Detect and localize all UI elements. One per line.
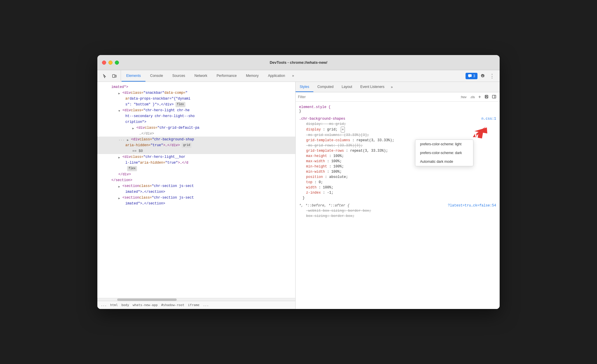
dom-line[interactable]: l-line" aria-hidden="true" >…</d bbox=[97, 160, 295, 166]
add-style-button[interactable]: + bbox=[477, 94, 482, 100]
css-rule-universal: *, *::before, *::after { ?latest=tru…ck=… bbox=[296, 202, 500, 220]
dom-line[interactable]: ▶ <div class="chr-grid-default-pa bbox=[97, 125, 295, 131]
styles-tabs: Styles Computed Layout Event Listeners » bbox=[296, 82, 500, 92]
filter-buttons: :hov .cls + bbox=[459, 94, 497, 100]
tab-layout[interactable]: Layout bbox=[338, 82, 356, 92]
more-options-button[interactable]: ⋮ bbox=[488, 72, 496, 80]
scrollbar-thumb bbox=[117, 298, 177, 301]
css-rule-element-style: element.style { } bbox=[296, 103, 500, 115]
device-toggle-button[interactable] bbox=[110, 72, 118, 80]
devtools-window: DevTools - chrome://whats-new/ bbox=[97, 55, 500, 309]
main-content: imated"> ▶ <div class="snackbar" data-co… bbox=[97, 82, 500, 309]
dom-line[interactable]: ht--secondary chr-hero-light--sho bbox=[97, 113, 295, 119]
color-scheme-dropdown: prefers-color-scheme: light prefers-colo… bbox=[415, 139, 473, 166]
dom-line[interactable]: ▶ <section class="chr-section js-sect bbox=[97, 183, 295, 189]
svg-rect-5 bbox=[486, 97, 487, 98]
tab-network[interactable]: Network bbox=[190, 70, 212, 82]
dom-line[interactable]: </div> bbox=[97, 172, 295, 177]
dom-panel: imated"> ▶ <div class="snackbar" data-co… bbox=[97, 82, 296, 309]
svg-rect-4 bbox=[486, 95, 487, 96]
css-file-link[interactable]: n.css:1 bbox=[482, 117, 496, 121]
dom-horizontal-scrollbar[interactable] bbox=[97, 298, 295, 301]
close-button[interactable] bbox=[102, 61, 106, 65]
tab-memory[interactable]: Memory bbox=[241, 70, 263, 82]
dom-line-selected[interactable]: ... ▶ <div class="chr-background-shap bbox=[97, 137, 295, 142]
dom-tree: imated"> ▶ <div class="snackbar" data-co… bbox=[97, 82, 295, 298]
dom-line[interactable]: ▶ <section class="chr-section js-sect bbox=[97, 195, 295, 201]
dom-line[interactable]: imated">…</section> bbox=[97, 201, 295, 206]
dom-line-dollar: == $0 bbox=[97, 148, 295, 154]
dom-line[interactable]: cription"> bbox=[97, 119, 295, 125]
dom-line[interactable]: imated"> bbox=[97, 84, 295, 90]
dropdown-item-auto[interactable]: Automatic dark mode bbox=[415, 157, 473, 166]
svg-rect-1 bbox=[115, 75, 116, 77]
tab-application[interactable]: Application bbox=[263, 70, 290, 82]
tab-sources[interactable]: Sources bbox=[168, 70, 190, 82]
breadcrumb-bar: ... html body whats-new-app #shadow-root… bbox=[97, 301, 295, 309]
dom-line[interactable]: …</div> bbox=[97, 131, 295, 137]
dropdown-item-dark[interactable]: prefers-color-scheme: dark bbox=[415, 149, 473, 157]
breadcrumb-item-iframe[interactable]: iframe bbox=[187, 303, 201, 308]
svg-rect-0 bbox=[113, 75, 115, 77]
red-arrow-indicator bbox=[473, 125, 487, 139]
toolbar-icons bbox=[99, 70, 121, 82]
traffic-lights bbox=[102, 61, 119, 65]
inspect-element-button[interactable] bbox=[101, 72, 109, 80]
minimize-button[interactable] bbox=[108, 61, 113, 65]
titlebar: DevTools - chrome://whats-new/ bbox=[97, 55, 500, 70]
main-tabs: Elements Console Sources Network Perform… bbox=[122, 70, 463, 82]
breadcrumb-item-shadow[interactable]: #shadow-root bbox=[160, 303, 185, 308]
tab-console[interactable]: Console bbox=[145, 70, 168, 82]
window-title: DevTools - chrome://whats-new/ bbox=[270, 60, 327, 65]
breadcrumb-item-html[interactable]: html bbox=[109, 303, 119, 308]
dropdown-item-light[interactable]: prefers-color-scheme: light bbox=[415, 140, 473, 149]
tab-styles[interactable]: Styles bbox=[296, 82, 313, 92]
filter-input[interactable] bbox=[298, 95, 457, 99]
svg-rect-2 bbox=[468, 74, 472, 77]
save-style-button[interactable] bbox=[483, 94, 490, 100]
dom-line[interactable]: imated">…</section> bbox=[97, 189, 295, 195]
settings-button[interactable] bbox=[479, 72, 487, 80]
hov-button[interactable]: :hov bbox=[459, 95, 468, 99]
breadcrumb-item-more[interactable]: ... bbox=[202, 303, 210, 308]
tab-overflow[interactable]: » bbox=[290, 70, 296, 82]
css-rule-header: .chr-background-shapes n.css:1 bbox=[296, 116, 500, 121]
devtools-container: Elements Console Sources Network Perform… bbox=[97, 70, 500, 309]
dom-line[interactable]: s": "bottom" }">…</div> flex bbox=[97, 102, 295, 107]
css-rule-body-2: -webkit-box-sizing: border-box; box-sizi… bbox=[296, 208, 500, 219]
css-rule-header-2: *, *::before, *::after { ?latest=tru…ck=… bbox=[296, 203, 500, 208]
svg-rect-6 bbox=[492, 95, 496, 98]
css-file-link-2[interactable]: ?latest=tru…ck=false:54 bbox=[448, 204, 496, 208]
dom-line[interactable]: aria-hidden="true" >…</div> grid bbox=[97, 142, 295, 148]
breadcrumb-item-body[interactable]: body bbox=[120, 303, 130, 308]
main-toolbar: Elements Console Sources Network Perform… bbox=[97, 70, 500, 82]
dom-line[interactable]: ▶ <div class="snackbar" data-comp=" bbox=[97, 90, 295, 96]
fullscreen-button[interactable] bbox=[115, 61, 119, 65]
cls-button[interactable]: .cls bbox=[469, 95, 476, 99]
css-content: element.style { } .chr-background-shapes… bbox=[296, 102, 500, 309]
dom-line[interactable]: flex bbox=[97, 166, 295, 172]
tab-computed[interactable]: Computed bbox=[313, 82, 338, 92]
chat-badge-button[interactable]: 3 bbox=[466, 73, 477, 79]
tab-performance[interactable]: Performance bbox=[212, 70, 241, 82]
tab-event-listeners[interactable]: Event Listeners bbox=[356, 82, 389, 92]
toolbar-right: 3 ⋮ bbox=[463, 72, 498, 80]
breadcrumb-item[interactable]: ... bbox=[100, 303, 108, 308]
tab-elements[interactable]: Elements bbox=[122, 70, 145, 82]
sidebar-toggle-button[interactable] bbox=[491, 94, 497, 100]
dom-line[interactable]: ▶ <div class="chr-hero-light__hor bbox=[97, 154, 295, 160]
dom-line[interactable]: </section> bbox=[97, 177, 295, 183]
tab-overflow[interactable]: » bbox=[389, 85, 395, 89]
dom-line[interactable]: ▼ <div class="chr-hero-light chr-he bbox=[97, 107, 295, 113]
dom-line[interactable]: ar data-props-snackbar="{"dynami bbox=[97, 96, 295, 102]
styles-panel: Styles Computed Layout Event Listeners »… bbox=[296, 82, 500, 309]
filter-bar: :hov .cls + bbox=[296, 92, 500, 102]
breadcrumb-item-app[interactable]: whats-new-app bbox=[131, 303, 159, 308]
